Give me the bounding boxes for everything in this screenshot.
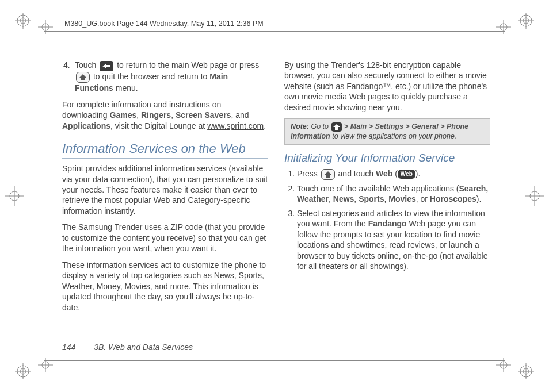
section-heading: Information Services on the Web bbox=[62, 140, 268, 159]
registration-mark-corner bbox=[15, 363, 31, 379]
bold-text: News bbox=[333, 194, 354, 203]
registration-cross-icon bbox=[36, 17, 55, 37]
note-box: Note: Go to > Main > Settings > General … bbox=[284, 118, 490, 144]
bold-text: Screen Savers bbox=[176, 110, 231, 120]
text: , and bbox=[231, 110, 249, 120]
gt: > bbox=[369, 122, 373, 130]
section-title: 3B. Web and Data Services bbox=[94, 343, 193, 352]
text: to quit the browser and return to bbox=[93, 72, 207, 81]
step-3: Select categories and articles to view t… bbox=[297, 208, 490, 272]
bold-text: Main bbox=[350, 122, 367, 130]
bold-text: Games bbox=[110, 110, 137, 120]
gt: > bbox=[344, 122, 348, 130]
text: Go to bbox=[311, 122, 329, 130]
page-footer: 144 3B. Web and Data Services bbox=[62, 343, 193, 352]
footer-rule bbox=[44, 360, 505, 361]
registration-mark-corner bbox=[15, 13, 31, 29]
paragraph: The Samsung Trender uses a ZIP code (tha… bbox=[62, 222, 268, 253]
bold-text: Ringers bbox=[141, 110, 171, 120]
step-4: Touch to return to the main Web page or … bbox=[62, 60, 268, 94]
home-key-icon bbox=[321, 169, 335, 180]
bold-text: Fandango bbox=[368, 219, 407, 228]
page-content: Touch to return to the main Web page or … bbox=[62, 60, 490, 318]
gt: > bbox=[440, 122, 444, 130]
registration-cross-icon bbox=[494, 17, 513, 37]
registration-cross-icon bbox=[36, 355, 55, 375]
header-rule bbox=[44, 31, 505, 32]
running-header: M380_UG.book Page 144 Wednesday, May 11,… bbox=[64, 20, 264, 28]
note-label: Note: bbox=[291, 122, 309, 130]
registration-mark-corner bbox=[518, 363, 534, 379]
text: Touch one of the available Web applicati… bbox=[297, 184, 459, 193]
text: and touch bbox=[338, 169, 374, 178]
home-key-solid-icon bbox=[331, 122, 342, 132]
registration-cross-icon bbox=[494, 355, 513, 375]
text: , bbox=[171, 110, 173, 120]
page-number: 144 bbox=[62, 343, 75, 352]
gt: > bbox=[405, 122, 409, 130]
text: , or bbox=[416, 194, 428, 203]
registration-cross-icon bbox=[5, 186, 24, 206]
home-key-icon bbox=[76, 72, 90, 83]
subsection-heading: Initializing Your Information Service bbox=[284, 151, 490, 165]
text: to return to the main Web page or press bbox=[117, 60, 259, 70]
step-1: Press and touch Web (Web). bbox=[297, 168, 490, 180]
bold-text: Movies bbox=[388, 194, 415, 203]
web-badge-icon: Web bbox=[398, 170, 415, 178]
paragraph: By using the Trender's 128-bit encryptio… bbox=[284, 60, 490, 113]
bold-text: General bbox=[411, 122, 439, 130]
bold-text: Horoscopes bbox=[430, 194, 476, 203]
text: menu. bbox=[116, 83, 138, 93]
bold-text: Settings bbox=[375, 122, 403, 130]
text: Touch bbox=[75, 60, 96, 70]
text: ). bbox=[415, 169, 421, 178]
step-2: Touch one of the available Web applicati… bbox=[297, 183, 490, 205]
bold-text: Sports bbox=[359, 194, 384, 203]
paragraph: For complete information and instruction… bbox=[62, 99, 268, 131]
left-column: Touch to return to the main Web page or … bbox=[62, 60, 268, 318]
text: , bbox=[136, 110, 139, 120]
registration-cross-icon bbox=[525, 186, 544, 206]
paragraph: Sprint provides additional information s… bbox=[62, 163, 268, 216]
text: to view the applications on your phone. bbox=[332, 132, 456, 140]
back-key-icon bbox=[100, 61, 113, 71]
text: ). bbox=[476, 194, 482, 203]
text: Press bbox=[297, 169, 318, 178]
link-text: www.sprint.com bbox=[207, 121, 264, 130]
text: , visit the Digital Lounge at bbox=[110, 121, 205, 130]
bold-text: Web bbox=[376, 169, 392, 178]
steps-list: Press and touch Web (Web). Touch one of … bbox=[284, 168, 490, 272]
paragraph: These information services act to custom… bbox=[62, 260, 268, 313]
registration-mark-corner bbox=[518, 13, 534, 29]
right-column: By using the Trender's 128-bit encryptio… bbox=[284, 60, 490, 318]
bold-text: Applications bbox=[62, 121, 110, 130]
